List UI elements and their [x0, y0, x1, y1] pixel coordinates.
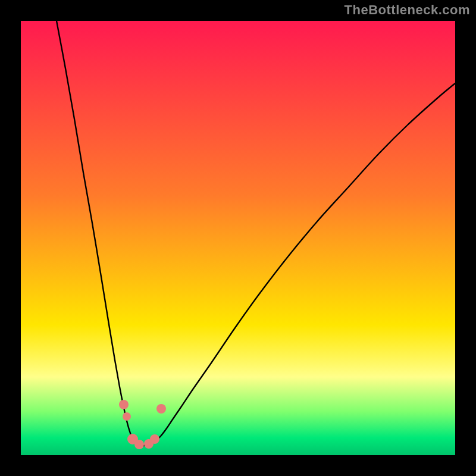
data-marker: [119, 400, 129, 409]
chart-container: TheBottleneck.com: [0, 0, 476, 476]
data-marker: [134, 440, 144, 449]
data-marker: [123, 412, 131, 421]
plot-area: [21, 21, 455, 455]
bottleneck-chart: [0, 0, 476, 476]
data-marker: [150, 434, 159, 444]
data-marker: [156, 404, 166, 414]
attribution-text: TheBottleneck.com: [345, 2, 470, 18]
